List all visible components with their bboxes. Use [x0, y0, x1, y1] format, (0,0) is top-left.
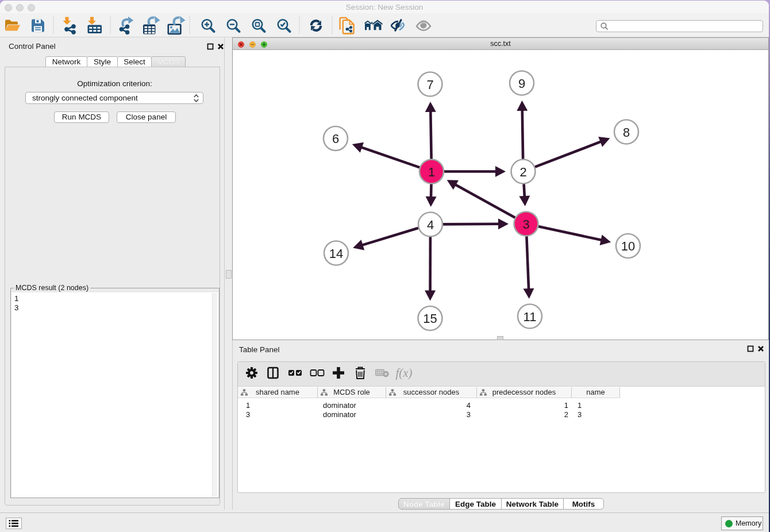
svg-text:f(x): f(x) [395, 366, 412, 380]
svg-text:10: 10 [621, 239, 635, 253]
svg-text:9: 9 [518, 76, 525, 91]
svg-text:7: 7 [426, 78, 433, 92]
svg-text:4: 4 [427, 218, 434, 232]
svg-text:1: 1 [428, 165, 435, 179]
svg-text:8: 8 [623, 125, 630, 140]
svg-text:6: 6 [332, 132, 339, 146]
svg-text:14: 14 [329, 246, 343, 261]
svg-text:2: 2 [519, 165, 526, 179]
svg-text:15: 15 [423, 311, 437, 326]
svg-text:3: 3 [522, 217, 529, 232]
svg-text:11: 11 [523, 310, 537, 324]
